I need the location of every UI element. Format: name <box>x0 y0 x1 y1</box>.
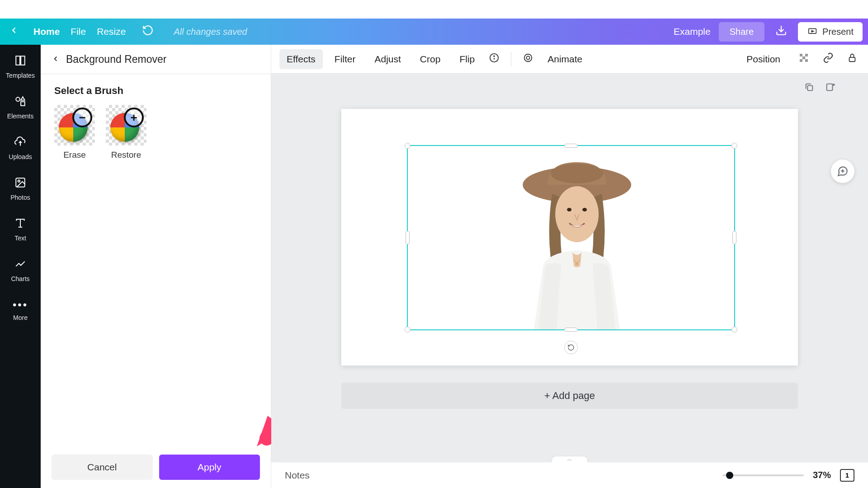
link-icon[interactable] <box>820 50 836 69</box>
person-image <box>502 149 651 329</box>
svg-rect-26 <box>807 85 812 90</box>
svg-rect-23 <box>800 59 802 62</box>
toolbar-separator <box>511 52 511 66</box>
text-icon <box>14 217 26 232</box>
editor-toolbar: Effects Filter Adjust Crop Flip Animate … <box>271 45 868 74</box>
zoom-slider[interactable] <box>722 474 804 476</box>
back-arrow-icon[interactable] <box>5 25 23 38</box>
share-button[interactable]: Share <box>719 22 764 42</box>
rail-photos[interactable]: Photos <box>0 175 41 203</box>
more-icon: ••• <box>13 299 28 311</box>
duplicate-page-icon[interactable] <box>803 81 816 94</box>
panel-footer: Cancel Apply <box>41 446 271 488</box>
photos-icon <box>14 177 26 191</box>
present-label: Present <box>822 27 854 37</box>
svg-point-19 <box>527 56 530 59</box>
animate-ring-icon <box>520 50 536 68</box>
tool-flip[interactable]: Flip <box>452 49 482 69</box>
tool-animate[interactable]: Animate <box>540 49 590 69</box>
transparency-icon[interactable] <box>796 50 812 69</box>
tool-crop[interactable]: Crop <box>413 49 448 69</box>
tool-adjust[interactable]: Adjust <box>367 49 408 69</box>
browser-top-spacer <box>0 0 868 19</box>
tool-effects[interactable]: Effects <box>279 49 323 69</box>
rail-label: Charts <box>11 275 29 282</box>
apply-button[interactable]: Apply <box>159 455 260 480</box>
svg-rect-21 <box>802 56 805 59</box>
rail-more[interactable]: ••• More <box>0 297 41 323</box>
plus-magnifier-icon: + <box>124 108 144 127</box>
editor-area[interactable]: + Add page <box>271 74 868 462</box>
resize-edge-left[interactable] <box>406 231 410 244</box>
resize-edge-right[interactable] <box>732 231 736 244</box>
tool-position[interactable]: Position <box>739 49 788 69</box>
rail-label: Text <box>14 235 26 242</box>
resize-handle-tl[interactable] <box>405 143 410 149</box>
save-status: All changes saved <box>174 27 247 37</box>
resize-menu[interactable]: Resize <box>97 26 126 37</box>
rail-label: Photos <box>10 194 30 201</box>
svg-rect-6 <box>21 102 25 106</box>
rail-label: Uploads <box>9 153 32 160</box>
lock-icon[interactable] <box>844 50 860 68</box>
undo-icon[interactable] <box>142 24 154 39</box>
charts-icon <box>14 258 26 272</box>
info-icon[interactable] <box>486 50 502 68</box>
svg-rect-3 <box>16 56 20 65</box>
templates-icon <box>14 55 26 69</box>
resize-handle-br[interactable] <box>731 327 737 333</box>
app-header: Home File Resize All changes saved Examp… <box>0 19 868 45</box>
canvas-page[interactable] <box>341 109 798 366</box>
svg-rect-24 <box>805 59 808 62</box>
svg-rect-25 <box>849 57 855 61</box>
add-page-button[interactable]: + Add page <box>341 383 798 409</box>
rail-label: More <box>13 314 28 321</box>
left-rail: Templates Elements Uploads Photos Text <box>0 45 41 488</box>
erase-thumb: − <box>54 105 95 145</box>
panel-header: Background Remover <box>41 45 271 74</box>
selection-box[interactable] <box>407 145 735 330</box>
add-page-icon[interactable] <box>824 81 836 94</box>
rotate-handle[interactable] <box>564 341 578 354</box>
tool-filter[interactable]: Filter <box>327 49 363 69</box>
svg-marker-7 <box>21 97 25 100</box>
rail-text[interactable]: Text <box>0 216 41 244</box>
brush-label: Erase <box>63 150 86 160</box>
resize-edge-top[interactable] <box>564 144 578 148</box>
file-menu[interactable]: File <box>71 26 86 37</box>
zoom-value[interactable]: 37% <box>813 470 831 480</box>
document-title[interactable]: Example <box>674 26 711 37</box>
comment-fab[interactable] <box>831 160 854 183</box>
present-button[interactable]: Present <box>798 22 863 42</box>
panel-back-icon[interactable] <box>52 53 60 66</box>
svg-point-36 <box>582 208 587 211</box>
elements-icon <box>14 95 26 110</box>
resize-handle-bl[interactable] <box>405 327 410 333</box>
brush-erase[interactable]: − Erase <box>54 105 95 160</box>
home-link[interactable]: Home <box>33 26 60 37</box>
svg-rect-4 <box>21 56 25 65</box>
brush-restore[interactable]: + Restore <box>106 105 146 160</box>
page-count-button[interactable]: 1 <box>840 469 854 482</box>
side-panel: Background Remover Select a Brush − Eras… <box>41 45 271 488</box>
rail-charts[interactable]: Charts <box>0 256 41 284</box>
restore-thumb: + <box>106 105 146 145</box>
zoom-thumb[interactable] <box>726 472 733 479</box>
svg-rect-27 <box>827 84 833 91</box>
svg-rect-20 <box>800 54 802 56</box>
canvas-region: Effects Filter Adjust Crop Flip Animate … <box>271 45 868 488</box>
svg-point-35 <box>567 208 571 211</box>
resize-handle-tr[interactable] <box>731 143 737 149</box>
rail-uploads[interactable]: Uploads <box>0 134 41 162</box>
collapse-handle[interactable]: ︿ <box>552 456 588 462</box>
cancel-button[interactable]: Cancel <box>52 455 153 480</box>
resize-edge-bottom[interactable] <box>564 328 578 332</box>
svg-point-5 <box>16 97 20 101</box>
rail-label: Templates <box>6 72 35 79</box>
footer-bar: ︿ Notes 37% 1 <box>271 462 868 488</box>
rail-templates[interactable]: Templates <box>0 53 41 81</box>
svg-point-33 <box>551 164 603 183</box>
notes-button[interactable]: Notes <box>285 470 310 481</box>
rail-elements[interactable]: Elements <box>0 94 41 122</box>
download-icon[interactable] <box>773 24 790 39</box>
